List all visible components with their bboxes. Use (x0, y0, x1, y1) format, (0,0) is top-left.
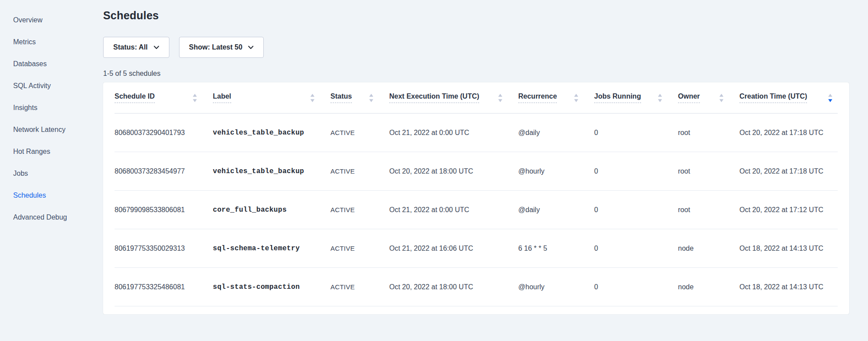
table-body: 806800373290401793vehicles_table_backupA… (115, 114, 838, 306)
show-filter-label: Show: Latest 50 (189, 43, 243, 51)
cell-next-execution-time: Oct 21, 2022 at 0:00 UTC (389, 206, 518, 214)
cell-recurrence: @hourly (518, 167, 594, 175)
cell-schedule-id: 806197753350029313 (115, 245, 213, 252)
cell-next-execution-time: Oct 21, 2022 at 0:00 UTC (389, 129, 518, 137)
column-header-label: Next Execution Time (UTC) (389, 92, 479, 103)
sort-icon (828, 94, 832, 102)
cell-recurrence: @hourly (518, 283, 594, 291)
sidebar-item-schedules[interactable]: Schedules (0, 185, 103, 206)
column-header-label: Status (330, 92, 352, 103)
sort-icon (369, 94, 373, 102)
cell-recurrence: @daily (518, 206, 594, 214)
cell-status: ACTIVE (330, 167, 389, 175)
cell-schedule-id: 806799098533806081 (115, 206, 213, 214)
cell-recurrence: @daily (518, 129, 594, 137)
cell-jobs-running: 0 (594, 129, 678, 137)
cell-owner: root (678, 206, 739, 214)
sidebar-item-network-latency[interactable]: Network Latency (0, 119, 103, 141)
schedule-row: 806800373283454977vehicles_table_backupA… (115, 152, 838, 191)
status-filter-dropdown[interactable]: Status: All (103, 37, 169, 58)
cell-status: ACTIVE (330, 245, 389, 252)
cell-creation-time: Oct 20, 2022 at 17:18 UTC (739, 129, 838, 137)
sidebar-item-databases[interactable]: Databases (0, 53, 103, 75)
sort-icon (658, 94, 662, 102)
column-header-schedule-id[interactable]: Schedule ID (115, 92, 213, 103)
chevron-down-icon (248, 46, 254, 50)
cell-next-execution-time: Oct 21, 2022 at 16:06 UTC (389, 245, 518, 252)
cell-schedule-id: 806197753325486081 (115, 283, 213, 291)
cell-jobs-running: 0 (594, 167, 678, 175)
sidebar-item-jobs[interactable]: Jobs (0, 163, 103, 185)
show-filter-dropdown[interactable]: Show: Latest 50 (179, 37, 264, 58)
sort-icon (498, 94, 502, 102)
sort-icon (719, 94, 724, 102)
table-header-row: Schedule IDLabelStatusNext Execution Tim… (115, 82, 838, 114)
column-header-label: Creation Time (UTC) (739, 92, 807, 103)
column-header-status[interactable]: Status (330, 92, 389, 103)
column-header-owner[interactable]: Owner (678, 92, 739, 103)
sidebar-item-overview[interactable]: Overview (0, 9, 103, 31)
column-header-label: Schedule ID (115, 92, 155, 103)
cell-creation-time: Oct 20, 2022 at 17:18 UTC (739, 167, 838, 175)
column-header-label: Label (213, 92, 231, 103)
column-header-label: Jobs Running (594, 92, 641, 103)
schedule-row: 806197753325486081sql-stats-compactionAC… (115, 268, 838, 306)
cell-jobs-running: 0 (594, 206, 678, 214)
sidebar-item-advanced-debug[interactable]: Advanced Debug (0, 206, 103, 228)
cell-label[interactable]: sql-stats-compaction (213, 283, 330, 291)
cell-schedule-id: 806800373283454977 (115, 167, 213, 175)
cell-creation-time: Oct 18, 2022 at 14:13 UTC (739, 245, 838, 252)
column-header-label: Recurrence (518, 92, 557, 103)
cell-label[interactable]: sql-schema-telemetry (213, 245, 330, 252)
page-title: Schedules (103, 9, 849, 22)
cell-jobs-running: 0 (594, 283, 678, 291)
sidebar-item-sql-activity[interactable]: SQL Activity (0, 75, 103, 97)
cell-recurrence: 6 16 * * 5 (518, 245, 594, 252)
sidebar-item-hot-ranges[interactable]: Hot Ranges (0, 141, 103, 163)
chevron-down-icon (154, 46, 159, 50)
cell-label[interactable]: vehicles_table_backup (213, 167, 330, 175)
sidebar: OverviewMetricsDatabasesSQL ActivityInsi… (0, 9, 103, 228)
schedule-row: 806800373290401793vehicles_table_backupA… (115, 114, 838, 152)
cell-next-execution-time: Oct 20, 2022 at 18:00 UTC (389, 167, 518, 175)
cell-owner: node (678, 283, 739, 291)
column-header-creation-time-utc[interactable]: Creation Time (UTC) (739, 92, 838, 103)
sort-icon (574, 94, 578, 102)
schedules-table-card: Schedule IDLabelStatusNext Execution Tim… (103, 82, 849, 314)
sort-icon (193, 94, 197, 102)
cell-creation-time: Oct 18, 2022 at 14:13 UTC (739, 283, 838, 291)
column-header-recurrence[interactable]: Recurrence (518, 92, 594, 103)
sidebar-item-insights[interactable]: Insights (0, 97, 103, 119)
main-content: Schedules Status: All Show: Latest 50 1-… (103, 0, 849, 314)
cell-next-execution-time: Oct 20, 2022 at 18:00 UTC (389, 283, 518, 291)
schedule-row: 806197753350029313sql-schema-telemetryAC… (115, 229, 838, 268)
column-header-label: Owner (678, 92, 700, 103)
schedule-row: 806799098533806081core_full_backupsACTIV… (115, 191, 838, 229)
status-filter-label: Status: All (113, 43, 148, 51)
cell-owner: root (678, 167, 739, 175)
cell-label[interactable]: core_full_backups (213, 206, 330, 214)
cell-status: ACTIVE (330, 206, 389, 213)
column-header-jobs-running[interactable]: Jobs Running (594, 92, 678, 103)
filter-bar: Status: All Show: Latest 50 (103, 37, 849, 58)
column-header-next-execution-time-utc[interactable]: Next Execution Time (UTC) (389, 92, 518, 103)
cell-schedule-id: 806800373290401793 (115, 129, 213, 137)
cell-status: ACTIVE (330, 283, 389, 291)
column-header-label[interactable]: Label (213, 92, 330, 103)
cell-creation-time: Oct 20, 2022 at 17:12 UTC (739, 206, 838, 214)
cell-label[interactable]: vehicles_table_backup (213, 129, 330, 137)
results-count: 1-5 of 5 schedules (103, 69, 849, 78)
cell-jobs-running: 0 (594, 245, 678, 252)
cell-status: ACTIVE (330, 129, 389, 136)
sidebar-item-metrics[interactable]: Metrics (0, 31, 103, 53)
sort-icon (310, 94, 315, 102)
cell-owner: root (678, 129, 739, 137)
cell-owner: node (678, 245, 739, 252)
